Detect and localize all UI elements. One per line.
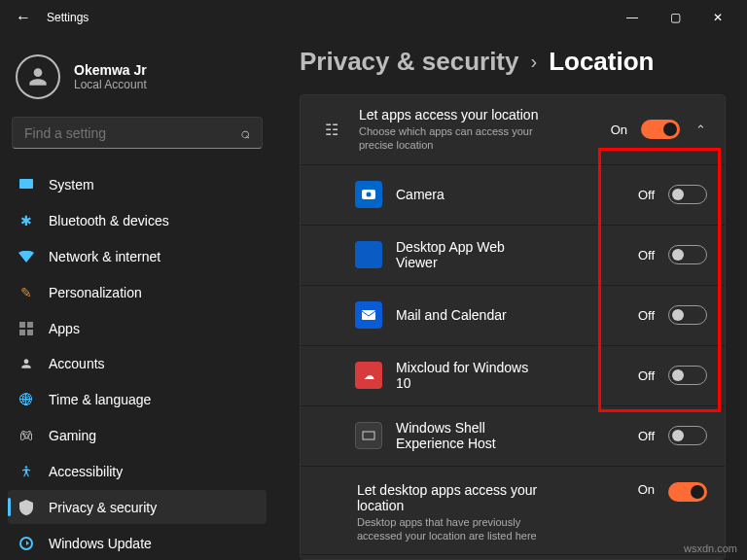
sidebar-item-time-language[interactable]: 🌐︎ Time & language bbox=[8, 383, 267, 417]
row-title: Let apps access your location bbox=[359, 107, 597, 122]
svg-rect-4 bbox=[27, 330, 33, 335]
apps-icon bbox=[18, 320, 35, 337]
app-name: Mail and Calendar bbox=[396, 307, 624, 323]
row-desc: Choose which apps can access your precis… bbox=[359, 124, 553, 153]
toggle-state-label: Off bbox=[638, 429, 655, 443]
toggle-state-label: Off bbox=[638, 248, 655, 262]
svg-rect-10 bbox=[363, 432, 374, 439]
breadcrumb: Privacy & security › Location bbox=[300, 47, 726, 77]
svg-rect-3 bbox=[19, 330, 25, 335]
toggle-state-label: On bbox=[638, 482, 655, 497]
mixcloud-toggle[interactable] bbox=[668, 366, 707, 385]
sidebar-item-label: System bbox=[49, 177, 94, 192]
sidebar-item-label: Personalization bbox=[49, 285, 142, 300]
shell-experience-toggle[interactable] bbox=[668, 426, 707, 445]
search-input[interactable] bbox=[24, 125, 240, 141]
toggle-state-label: Off bbox=[638, 188, 655, 202]
app-name: Windows Shell Experience Host bbox=[396, 420, 522, 451]
wifi-icon bbox=[18, 248, 35, 265]
sidebar-item-label: Accessibility bbox=[49, 464, 123, 479]
app-row-desktop-web-viewer: Desktop App Web Viewer Off bbox=[301, 226, 725, 286]
sidebar-item-label: Windows Update bbox=[49, 536, 152, 551]
display-icon bbox=[18, 176, 35, 193]
sidebar-item-label: Gaming bbox=[49, 428, 96, 443]
app-row-mixcloud: ☁ Mixcloud for Windows 10 Off bbox=[301, 346, 725, 406]
app-name: Desktop App Web Viewer bbox=[396, 239, 532, 270]
gamepad-icon: 🎮︎ bbox=[18, 427, 35, 444]
back-button[interactable]: ← bbox=[8, 2, 39, 33]
minimize-button[interactable]: ― bbox=[622, 11, 642, 24]
sidebar-item-privacy-security[interactable]: Privacy & security bbox=[8, 490, 267, 524]
toggle-state-label: On bbox=[611, 122, 627, 137]
search-box[interactable] bbox=[12, 117, 263, 149]
breadcrumb-parent[interactable]: Privacy & security bbox=[300, 47, 518, 77]
page-title: Location bbox=[549, 47, 654, 77]
sidebar-item-system[interactable]: System bbox=[8, 168, 267, 202]
sidebar-item-label: Apps bbox=[49, 321, 80, 336]
chevron-right-icon: › bbox=[530, 51, 537, 73]
accessibility-icon bbox=[18, 463, 35, 480]
toggle-state-label: Off bbox=[638, 308, 655, 323]
sidebar-item-gaming[interactable]: 🎮︎ Gaming bbox=[8, 419, 267, 453]
sidebar-item-label: Privacy & security bbox=[49, 500, 157, 515]
sidebar-item-label: Time & language bbox=[49, 392, 151, 407]
apps-location-access-row[interactable]: ☷ Let apps access your location Choose w… bbox=[301, 95, 725, 165]
sidebar-item-label: Network & internet bbox=[49, 249, 160, 264]
row-title: Let desktop apps access your location bbox=[357, 482, 571, 513]
camera-app-icon bbox=[355, 181, 382, 208]
sidebar-item-accessibility[interactable]: Accessibility bbox=[8, 455, 267, 489]
sidebar-item-windows-update[interactable]: Windows Update bbox=[8, 526, 267, 560]
desktop-apps-location-toggle[interactable] bbox=[668, 482, 707, 502]
svg-rect-0 bbox=[19, 179, 33, 189]
shield-icon bbox=[18, 499, 35, 516]
desktop-apps-location-row[interactable]: Let desktop apps access your location De… bbox=[301, 467, 725, 556]
svg-rect-2 bbox=[27, 322, 33, 328]
app-row-mail-calendar: Mail and Calendar Off bbox=[301, 286, 725, 346]
svg-point-5 bbox=[25, 466, 27, 468]
globe-icon: 🌐︎ bbox=[18, 391, 35, 408]
window-title: Settings bbox=[47, 11, 89, 24]
desktop-web-viewer-toggle[interactable] bbox=[668, 245, 707, 264]
maximize-button[interactable]: ▢ bbox=[665, 11, 685, 24]
update-icon bbox=[18, 535, 35, 552]
svg-rect-1 bbox=[19, 322, 25, 328]
desktop-app-com-surrogate: COM Surrogate Last accessed 19/10/2021 |… bbox=[301, 555, 725, 560]
settings-panel: ☷ Let apps access your location Choose w… bbox=[300, 94, 726, 560]
sidebar-item-label: Bluetooth & devices bbox=[49, 213, 169, 228]
camera-toggle[interactable] bbox=[668, 185, 707, 204]
mail-calendar-toggle[interactable] bbox=[668, 305, 707, 325]
avatar-icon bbox=[16, 54, 60, 99]
app-name: Camera bbox=[396, 187, 624, 202]
shell-app-icon bbox=[355, 422, 382, 449]
sidebar-item-network[interactable]: Network & internet bbox=[8, 240, 267, 274]
sidebar-item-bluetooth[interactable]: ✱ Bluetooth & devices bbox=[8, 204, 267, 238]
toggle-state-label: Off bbox=[638, 368, 655, 383]
row-desc: Desktop apps that have previously access… bbox=[357, 515, 551, 543]
sidebar-item-label: Accounts bbox=[49, 356, 105, 371]
brush-icon: ✎ bbox=[18, 284, 35, 301]
apps-location-toggle[interactable] bbox=[641, 120, 680, 139]
chevron-up-icon[interactable]: ⌃ bbox=[694, 122, 707, 137]
bluetooth-icon: ✱ bbox=[18, 212, 35, 229]
watermark: wsxdn.com bbox=[684, 542, 737, 554]
desktop-app-icon bbox=[355, 241, 382, 268]
user-profile[interactable]: Okemwa Jr Local Account bbox=[8, 43, 267, 117]
app-row-camera: Camera Off bbox=[301, 165, 725, 226]
mail-app-icon bbox=[355, 301, 382, 329]
app-row-shell-experience: Windows Shell Experience Host Off bbox=[301, 406, 725, 467]
user-account-type: Local Account bbox=[74, 78, 147, 91]
svg-rect-9 bbox=[362, 310, 375, 320]
sidebar-item-apps[interactable]: Apps bbox=[8, 311, 267, 345]
svg-point-8 bbox=[367, 192, 372, 197]
person-icon bbox=[18, 355, 35, 372]
app-name: Mixcloud for Windows 10 bbox=[396, 360, 542, 391]
sidebar-item-accounts[interactable]: Accounts bbox=[8, 347, 267, 381]
user-name: Okemwa Jr bbox=[74, 62, 147, 78]
mixcloud-app-icon: ☁ bbox=[355, 362, 382, 389]
list-icon: ☷ bbox=[318, 116, 345, 143]
sidebar: Okemwa Jr Local Account System ✱ Bluetoo… bbox=[0, 35, 274, 560]
close-button[interactable]: ✕ bbox=[708, 11, 728, 24]
search-icon bbox=[240, 124, 250, 142]
sidebar-item-personalization[interactable]: ✎ Personalization bbox=[8, 275, 267, 309]
